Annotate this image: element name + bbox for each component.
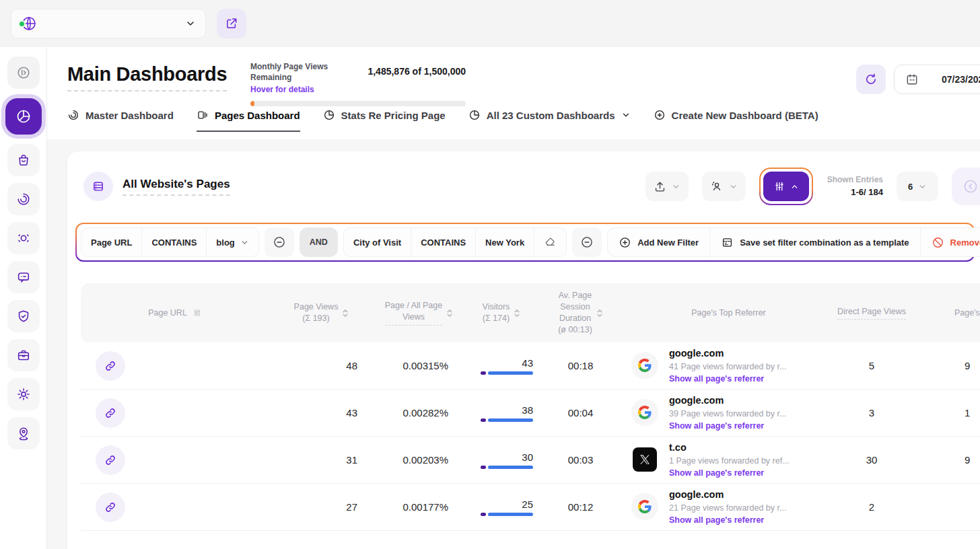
page-link-icon[interactable]: [96, 398, 125, 428]
previous-page-button[interactable]: [952, 168, 980, 205]
visitors-cell: 25: [464, 499, 538, 516]
direct-page-views-value: 5: [835, 360, 909, 371]
circle-arrow-left-icon: [963, 178, 979, 194]
refresh-button[interactable]: [856, 65, 886, 94]
duration-value: 00:04: [538, 407, 623, 418]
sidebar-item-feedback[interactable]: [7, 261, 40, 293]
remove-all-filters-button[interactable]: Remove All Filters: [921, 228, 980, 256]
sidebar-item-ecommerce[interactable]: [7, 144, 40, 176]
quota-hover-link[interactable]: Hover for details: [250, 85, 368, 94]
open-website-button[interactable]: [217, 9, 246, 38]
sidebar-item-settings[interactable]: [7, 378, 40, 410]
clipped-value: 1: [909, 407, 980, 418]
col-visitors: Visitors(Σ 174): [464, 301, 538, 324]
card-title: All Website's Pages: [123, 178, 230, 196]
col-direct-page-views: Direct Page Views: [835, 306, 909, 320]
pages-table: Page URL Page Views(Σ 193) Page / All Pa…: [81, 283, 980, 531]
quota-label: Monthly Page Views Remaining: [250, 62, 368, 83]
filter-1-remove-button[interactable]: [265, 227, 294, 257]
show-referrers-link[interactable]: Show all page's referrer: [669, 420, 786, 433]
visitors-bar: [481, 371, 533, 375]
sidebar-item-competition[interactable]: [7, 339, 40, 371]
show-referrers-link[interactable]: Show all page's referrer: [669, 467, 790, 480]
sort-icon[interactable]: [342, 308, 349, 318]
page-all-views-value: 0.00177%: [374, 501, 464, 513]
add-new-filter-button[interactable]: Add New Filter: [608, 228, 710, 256]
page-link-icon[interactable]: [96, 445, 125, 475]
google-favicon: [631, 493, 658, 520]
page-all-views-value: 0.00282%: [374, 407, 464, 418]
add-new-filter-label: Add New Filter: [637, 237, 699, 248]
dashboard-tabs: Master Dashboard Pages Dashboard Stats R…: [67, 109, 818, 132]
sidebar-item-dashboards[interactable]: [5, 98, 42, 135]
entries-per-page-select[interactable]: 6: [897, 172, 938, 201]
filter-1-operator[interactable]: CONTAINS: [142, 228, 207, 256]
filter-2-clear-button[interactable]: [534, 228, 566, 256]
refresh-icon: [864, 73, 878, 86]
save-filter-template-label: Save set filter combination as a templat…: [740, 237, 909, 248]
filter-highlight-ring: [759, 168, 813, 205]
sort-icon[interactable]: [514, 308, 520, 318]
show-referrers-link[interactable]: Show all page's referrer: [669, 373, 786, 386]
tab-custom-dashboards[interactable]: All 23 Custom Dashboards: [468, 109, 631, 132]
tab-create-new-dashboard[interactable]: Create New Dashboard (BETA): [654, 109, 818, 132]
referrer-name: google.com: [669, 488, 786, 502]
slash-circle-icon: [932, 236, 944, 249]
chevron-up-icon: [790, 182, 799, 191]
filter-2-value[interactable]: New York: [476, 228, 534, 256]
sidebar-item-recordings[interactable]: [7, 222, 40, 254]
calendar-icon: [905, 73, 919, 86]
eraser-icon: [544, 236, 557, 249]
chevron-down-icon: [672, 182, 680, 191]
filter-2-remove-button[interactable]: [572, 227, 602, 257]
tab-stats-re-pricing[interactable]: Stats Re Pricing Page: [323, 109, 446, 132]
visitors-cell: 30: [464, 451, 538, 469]
sidebar-nav: [0, 47, 47, 549]
date-range-picker[interactable]: 07/23/2020: [894, 65, 980, 94]
website-globe-icon: [21, 15, 37, 32]
pages-card: All Website's Pages: [67, 151, 980, 549]
referrer-name: t.co: [669, 441, 790, 455]
chevron-down-icon: [918, 182, 927, 191]
filter-1-value-text: blog: [216, 237, 234, 248]
swirl-icon: [67, 109, 79, 121]
sidebar-item-visitor-map[interactable]: [7, 417, 40, 449]
plus-circle-icon: [619, 236, 631, 249]
filter-2-operator[interactable]: CONTAINS: [411, 228, 476, 256]
column-sliders-icon[interactable]: [193, 308, 202, 318]
show-referrers-link[interactable]: Show all page's referrer: [669, 514, 786, 527]
chevron-down-icon: [240, 238, 249, 247]
col-page-url-label: Page URL: [148, 307, 187, 319]
referrer-cell: google.com 41 Page views forwarded by r.…: [623, 346, 835, 386]
filter-2-field[interactable]: City of Visit: [344, 228, 411, 256]
audience-segment-button[interactable]: [702, 172, 746, 201]
collapse-panel-icon[interactable]: [7, 57, 40, 89]
sidebar-item-privacy[interactable]: [7, 300, 40, 332]
tab-pages-dashboard[interactable]: Pages Dashboard: [197, 109, 300, 132]
filter-1-value[interactable]: blog: [207, 228, 258, 256]
sidebar-item-overview[interactable]: [7, 183, 40, 215]
page-all-views-value: 0.00315%: [374, 360, 464, 371]
tab-master-dashboard[interactable]: Master Dashboard: [67, 109, 174, 132]
page-link-icon[interactable]: [96, 351, 125, 381]
tab-label: Pages Dashboard: [215, 110, 300, 121]
sort-icon[interactable]: [596, 308, 603, 318]
filter-actions: Add New Filter Save set filter combinati…: [607, 227, 980, 257]
chevron-down-icon: [185, 18, 196, 29]
direct-page-views-value: 30: [835, 454, 909, 466]
col-top-referrer: Page's Top Referrer: [623, 307, 835, 319]
pie-chart-icon: [468, 109, 481, 121]
filter-2: City of Visit CONTAINS New York: [343, 227, 567, 257]
referrer-detail: 1 Page views forwarded by ref...: [669, 455, 790, 467]
filter-1-field[interactable]: Page URL: [81, 228, 142, 256]
filters-toggle-button[interactable]: [763, 172, 809, 201]
website-selector[interactable]: [11, 9, 206, 38]
page-link-icon[interactable]: [96, 492, 125, 522]
duration-value: 00:18: [538, 360, 623, 371]
quota-progress-fill: [250, 101, 254, 106]
google-favicon: [631, 399, 658, 426]
save-filter-template-button[interactable]: Save set filter combination as a templat…: [710, 228, 920, 256]
sort-icon[interactable]: [446, 308, 453, 318]
export-button[interactable]: [645, 172, 689, 201]
filter-conjunction[interactable]: AND: [300, 227, 338, 257]
